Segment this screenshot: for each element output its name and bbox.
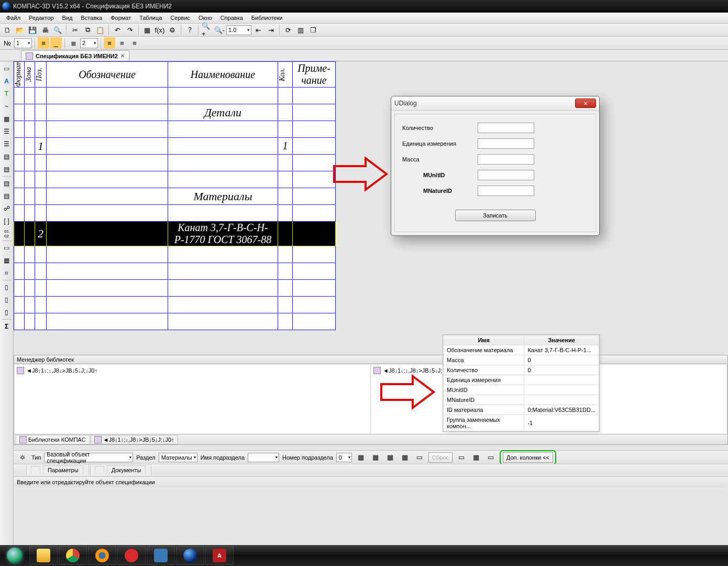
align-bottom-icon[interactable]: ⎯ <box>50 37 62 49</box>
code-icon[interactable]: 0102 <box>1 228 13 240</box>
table-row[interactable] <box>14 297 336 313</box>
copy-icon[interactable]: ⧉ <box>82 24 93 36</box>
icon-btn[interactable]: ▭ <box>414 452 425 463</box>
propgrid-row[interactable]: MNatureID <box>444 395 599 405</box>
prop-section-combo[interactable]: Материалы <box>159 453 197 462</box>
vars-icon[interactable]: ⚙ <box>167 24 178 36</box>
print-icon[interactable]: 🖶 <box>39 24 51 36</box>
udlg-mnat-input[interactable] <box>478 186 534 196</box>
open-icon[interactable]: 📂 <box>14 24 26 36</box>
number-icon[interactable]: № <box>2 37 13 49</box>
taskbar-chrome[interactable] <box>59 546 87 565</box>
spin1[interactable]: 1 <box>14 38 32 48</box>
propgrid-row[interactable]: Количество0 <box>444 365 599 375</box>
taskbar-app1[interactable] <box>117 546 146 565</box>
redo-icon[interactable]: ↷ <box>124 24 136 36</box>
extra-columns-button[interactable]: Доп. колонки << <box>503 452 553 463</box>
align-left-icon[interactable]: ≡ <box>104 37 115 49</box>
table-row[interactable] <box>14 121 336 138</box>
tab-docs[interactable]: Документы <box>90 464 152 475</box>
spec-table[interactable]: Формат Зона Поз. Обозначение Наименовани… <box>14 61 336 330</box>
refresh-icon[interactable]: ⟳ <box>282 24 294 36</box>
udlg-mass-input[interactable] <box>478 154 534 165</box>
align-right-icon[interactable]: ≡ <box>129 37 140 49</box>
text-a-icon[interactable]: A <box>1 75 13 87</box>
table-row[interactable] <box>14 280 336 297</box>
nav-left-icon[interactable]: ⇤ <box>252 24 264 36</box>
help-cursor-icon[interactable]: ？ <box>184 24 195 36</box>
fx-icon[interactable]: f(x) <box>154 24 166 36</box>
tab-params[interactable]: Параметры <box>26 464 89 475</box>
menu-view[interactable]: Вид <box>58 14 76 22</box>
undo-icon[interactable]: ↶ <box>112 24 123 36</box>
taskbar-acrobat[interactable]: A <box>205 546 234 565</box>
propgrid-row[interactable]: Единица измерения <box>444 375 599 385</box>
table-row[interactable] <box>14 155 336 171</box>
menu-insert[interactable]: Вставка <box>76 14 106 22</box>
table-row[interactable] <box>14 246 336 263</box>
grid-icon[interactable]: ▦ <box>141 24 153 36</box>
stack-icon[interactable]: ▤ <box>1 164 13 175</box>
menu-file[interactable]: Файл <box>2 14 25 22</box>
udialog-titlebar[interactable]: UDialog ✕ <box>391 96 599 111</box>
library-tab-kompas[interactable]: Библиотеки КОМПАС <box>16 435 90 444</box>
prop-icon[interactable]: ⛭ <box>17 452 28 463</box>
icon-btn[interactable]: ▭ <box>456 452 467 463</box>
nav-right-icon[interactable]: ⇥ <box>265 24 277 36</box>
property-grid[interactable]: ИмяЗначение Обозначение материалаКанат 3… <box>443 334 600 432</box>
ladder-icon[interactable]: ▤ <box>1 190 13 202</box>
doc-tab[interactable]: Спецификация БЕЗ ИМЕНИ2 ✕ <box>21 50 129 61</box>
taskbar-app2[interactable] <box>147 546 175 565</box>
udlg-qty-input[interactable] <box>478 123 534 133</box>
icon-btn[interactable]: ▦ <box>370 452 381 463</box>
text-t-icon[interactable]: T <box>1 88 13 100</box>
library-pane-left[interactable]: ◄J8↓1↓;↓,J8↓>JB↓5↓J;↓J0↑ <box>14 364 371 434</box>
list-b-icon[interactable]: ☰ <box>1 138 13 150</box>
cut-icon[interactable]: ✂ <box>69 24 81 36</box>
propgrid-row[interactable]: MUnitID <box>444 385 599 395</box>
menu-window[interactable]: Окно <box>194 14 216 22</box>
prop-subno-combo[interactable]: 0 <box>336 453 352 462</box>
close-icon[interactable]: ✕ <box>575 99 596 108</box>
start-button[interactable] <box>1 546 28 565</box>
udlg-submit-button[interactable]: Записать <box>455 210 536 221</box>
cells-icon[interactable]: ▦ <box>1 255 13 266</box>
window-icon[interactable]: ❐ <box>307 24 319 36</box>
prop-type-combo[interactable]: Базовый объект спецификации <box>44 453 133 462</box>
propgrid-row[interactable]: Масса0 <box>444 355 599 365</box>
icon-btn[interactable]: ▦ <box>355 452 367 463</box>
show-icon[interactable]: ▭ <box>1 63 13 74</box>
link-icon[interactable]: ☍ <box>1 203 13 214</box>
sigma-icon[interactable]: Σ <box>1 321 13 332</box>
table-row[interactable] <box>14 313 336 330</box>
propgrid-row[interactable]: Группа заменяемых компон...-1 <box>444 415 599 431</box>
table-row[interactable] <box>14 263 336 280</box>
menu-service[interactable]: Сервис <box>166 14 194 22</box>
prop-reset-button[interactable]: Сброс <box>428 452 453 463</box>
zoom-out-icon[interactable]: 🔍- <box>214 24 225 36</box>
paste2-icon[interactable]: ▯ <box>1 294 13 306</box>
paste-icon[interactable]: 📋 <box>94 24 106 36</box>
propgrid-row[interactable]: Обозначение материалаКанат 3,7-Г-В-С-Н-Р… <box>444 345 599 355</box>
table-row[interactable]: 2Канат 3,7-Г-В-С-Н-Р-1770 ГОСТ 3067-88 <box>14 222 336 246</box>
icon-btn[interactable]: ▦ <box>384 452 396 463</box>
row-icon[interactable]: ▭ <box>1 242 13 254</box>
curve-icon[interactable]: ~ <box>1 101 13 112</box>
icon-btn[interactable]: ▦ <box>470 452 482 463</box>
table-row[interactable] <box>14 88 336 104</box>
sheet-icon[interactable]: ▯ <box>1 307 13 318</box>
taskbar-firefox[interactable] <box>88 546 116 565</box>
udlg-munit-input[interactable] <box>478 170 534 180</box>
struct-icon[interactable]: ▤ <box>1 178 13 189</box>
save-icon[interactable]: 💾 <box>27 24 38 36</box>
doc-icon[interactable]: ▤ <box>1 151 13 162</box>
zoom-in-icon[interactable]: 🔍+ <box>201 24 213 36</box>
icon-btn[interactable]: ▦ <box>399 452 411 463</box>
close-tab-icon[interactable]: ✕ <box>120 53 125 59</box>
udlg-unit-input[interactable] <box>478 138 534 149</box>
menu-editor[interactable]: Редактор <box>25 14 58 22</box>
table-row[interactable]: Материалы <box>14 188 336 205</box>
new-icon[interactable]: 🗋 <box>2 24 13 36</box>
propgrid-row[interactable]: ID материала0;Material:V63C5B31DD... <box>444 405 599 415</box>
icon-btn[interactable]: ▭ <box>485 452 497 463</box>
